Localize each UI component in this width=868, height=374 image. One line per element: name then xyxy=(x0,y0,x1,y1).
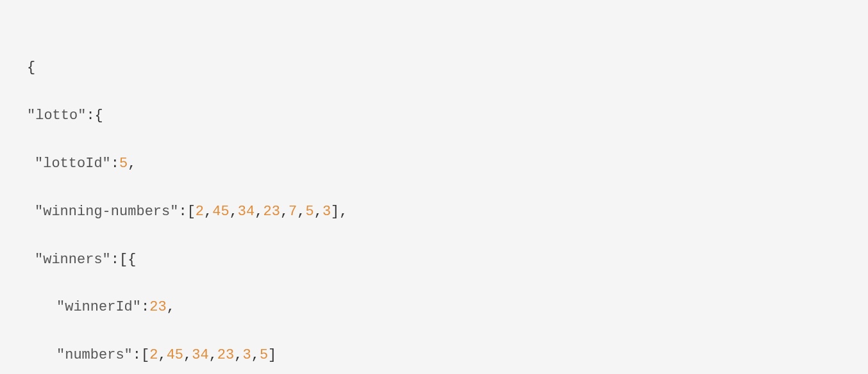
punct: , xyxy=(280,204,288,220)
json-key: "lotto" xyxy=(27,108,86,124)
punct: , xyxy=(183,347,192,363)
code-line: "lottoId":5, xyxy=(27,152,841,175)
json-number: 45 xyxy=(212,204,229,220)
json-number: 3 xyxy=(322,204,331,220)
json-number: 34 xyxy=(238,204,255,220)
json-key: "winnerId" xyxy=(56,299,141,315)
punct: , xyxy=(204,204,212,220)
json-number: 5 xyxy=(119,156,128,172)
json-number: 5 xyxy=(305,204,313,220)
json-number: 7 xyxy=(288,204,297,220)
punct: :{ xyxy=(86,108,103,124)
punct: :[{ xyxy=(111,252,137,268)
json-number: 34 xyxy=(192,347,208,363)
brace: { xyxy=(27,60,35,76)
punct: , xyxy=(251,347,260,363)
punct: , xyxy=(234,347,242,363)
json-number: 5 xyxy=(260,347,268,363)
code-line: "numbers":[2,45,34,23,3,5] xyxy=(27,343,841,367)
json-key: "winning-numbers" xyxy=(35,204,178,220)
json-number: 2 xyxy=(196,204,204,220)
punct: :[ xyxy=(178,204,195,220)
code-line: "winnerId":23, xyxy=(27,295,841,319)
punct: , xyxy=(297,204,305,220)
code-block: { "lotto":{ "lottoId":5, "winning-number… xyxy=(27,32,841,374)
punct: , xyxy=(158,347,166,363)
punct: , xyxy=(255,204,263,220)
punct: : xyxy=(111,156,119,172)
code-line: "winners":[{ xyxy=(27,248,841,272)
json-number: 23 xyxy=(149,299,166,315)
punct: ] xyxy=(268,347,276,363)
code-line: "winning-numbers":[2,45,34,23,7,5,3], xyxy=(27,200,841,224)
json-number: 23 xyxy=(263,204,280,220)
json-key: "numbers" xyxy=(56,347,133,363)
json-key: "winners" xyxy=(35,252,111,268)
punct: , xyxy=(167,299,175,315)
json-number: 23 xyxy=(217,347,234,363)
punct: : xyxy=(141,299,149,315)
punct: , xyxy=(128,156,136,172)
json-number: 2 xyxy=(149,347,158,363)
code-line: "lotto":{ xyxy=(27,104,841,127)
json-number: 45 xyxy=(167,347,183,363)
punct: ], xyxy=(331,204,347,220)
punct: :[ xyxy=(133,347,149,363)
code-line: { xyxy=(27,56,841,79)
json-number: 3 xyxy=(242,347,251,363)
punct: , xyxy=(230,204,238,220)
punct: , xyxy=(314,204,322,220)
json-key: "lottoId" xyxy=(35,156,111,172)
punct: , xyxy=(209,347,217,363)
